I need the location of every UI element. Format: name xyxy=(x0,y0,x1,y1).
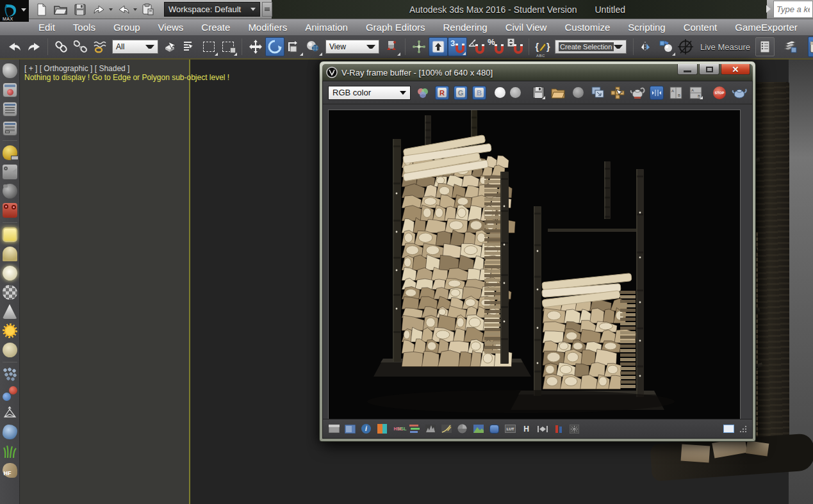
rgb-channels-icon[interactable] xyxy=(415,86,431,100)
ab-compare-button[interactable] xyxy=(650,86,664,100)
viewport-left-pane[interactable] xyxy=(20,60,189,504)
percent-snap-icon[interactable]: % xyxy=(486,37,505,56)
graphite-ribbon-toggle-icon[interactable] xyxy=(781,37,800,56)
menu-print-studio[interactable]: Print Studio xyxy=(807,19,813,36)
hsl-correction-icon[interactable]: HSL xyxy=(392,423,404,434)
menu-animation[interactable]: Animation xyxy=(296,19,357,36)
select-and-scale-icon[interactable] xyxy=(284,37,304,56)
menu-gameexporter[interactable]: GameExporter xyxy=(726,19,807,36)
alpha-channel-icon[interactable] xyxy=(510,87,521,98)
selection-filter-dropdown[interactable]: All xyxy=(112,40,158,54)
lens-effects-icon[interactable] xyxy=(456,423,468,434)
vfb-render-image[interactable] xyxy=(328,110,741,419)
menu-tools[interactable]: Tools xyxy=(64,19,104,36)
ab-vertical-compare-icon[interactable]: AB xyxy=(688,86,703,100)
undo-icon[interactable] xyxy=(5,37,24,56)
vfb-history-icon[interactable] xyxy=(328,423,340,434)
proxy-molecule-icon[interactable] xyxy=(3,386,17,401)
select-and-move-icon[interactable] xyxy=(246,37,265,56)
ab-horizontal-compare-icon[interactable]: AB xyxy=(668,86,684,100)
reference-coordinate-system-dropdown[interactable]: View xyxy=(325,40,379,54)
angle-snap-icon[interactable] xyxy=(467,37,486,56)
clear-image-icon[interactable] xyxy=(570,86,586,100)
layer-explorer-icon[interactable] xyxy=(755,37,775,56)
select-object-icon[interactable] xyxy=(161,37,180,56)
menu-group[interactable]: Group xyxy=(104,19,149,36)
physical-camera-icon[interactable] xyxy=(3,165,17,179)
monochrome-channel-icon[interactable] xyxy=(495,87,505,98)
render-last-icon[interactable] xyxy=(630,86,645,100)
vray-infinite-plane-icon[interactable] xyxy=(3,304,17,319)
track-mouse-icon[interactable] xyxy=(610,86,625,100)
vfb-channel-dropdown[interactable]: RGB color xyxy=(328,86,411,100)
workspace-dropdown[interactable]: Workspace: Default xyxy=(164,2,260,17)
icc-profile-icon[interactable] xyxy=(488,423,500,434)
redo-button[interactable] xyxy=(115,2,132,17)
keyboard-shortcut-override-icon[interactable] xyxy=(429,37,448,56)
pixel-grid-icon[interactable] xyxy=(568,423,580,434)
grass-fur-icon[interactable] xyxy=(3,444,17,459)
stereo-compare-icon[interactable] xyxy=(536,423,548,434)
workspace-menu-button[interactable] xyxy=(262,2,272,17)
menu-edit[interactable]: Edit xyxy=(29,19,64,36)
blue-channel-button[interactable]: B xyxy=(472,86,486,100)
save-image-icon[interactable] xyxy=(530,86,546,100)
menu-customize[interactable]: Customize xyxy=(555,19,619,36)
geosphere-icon[interactable] xyxy=(3,343,17,357)
lut-icon[interactable]: LUT xyxy=(504,423,516,434)
green-channel-button[interactable]: G xyxy=(454,86,468,100)
menu-modifiers[interactable]: Modifiers xyxy=(239,19,296,36)
vray-plane-light-icon[interactable] xyxy=(3,227,17,242)
render-setup-icon[interactable] xyxy=(808,37,813,57)
minimize-button[interactable] xyxy=(677,64,698,75)
compare-bars-icon[interactable] xyxy=(552,423,564,434)
render-setup-panel-icon[interactable] xyxy=(3,102,17,117)
h-split-icon[interactable]: H xyxy=(520,423,532,434)
menu-rendering[interactable]: Rendering xyxy=(434,19,496,36)
use-pivot-point-center-icon[interactable] xyxy=(382,37,401,56)
red-channel-button[interactable]: R xyxy=(435,86,449,100)
hair-and-fur-icon[interactable]: HF xyxy=(3,463,17,478)
open-file-button[interactable] xyxy=(53,2,69,17)
window-crossing-toggle-icon[interactable] xyxy=(218,37,238,56)
save-file-button[interactable] xyxy=(72,2,88,17)
menu-content[interactable]: Content xyxy=(675,19,727,36)
undo-dropdown-arrow[interactable] xyxy=(109,8,113,11)
redo-dropdown-arrow[interactable] xyxy=(133,8,137,11)
render-teapot-icon[interactable] xyxy=(3,63,17,78)
pixel-info-icon[interactable]: i xyxy=(360,423,372,434)
vray-frame-buffer-window[interactable]: V-Ray frame buffer - [100% of 640 x 480]… xyxy=(319,61,756,442)
redo-icon[interactable] xyxy=(24,37,44,56)
menu-views[interactable]: Views xyxy=(149,19,193,36)
vray-material-teapot-icon[interactable] xyxy=(3,285,17,300)
stop-render-icon[interactable]: STOP xyxy=(712,86,727,100)
mirror-icon[interactable] xyxy=(637,37,657,56)
menu-graph-editors[interactable]: Graph Editors xyxy=(357,19,434,36)
rendered-frame-window-icon[interactable] xyxy=(3,83,17,97)
menu-civil-view[interactable]: Civil View xyxy=(497,19,556,36)
space-warp-pyramid-icon[interactable] xyxy=(3,405,17,420)
viewport-label[interactable]: [ + ] [ Orthographic ] [ Shaded ] xyxy=(24,64,129,73)
expand-search-icon[interactable] xyxy=(766,5,771,13)
project-folder-button[interactable] xyxy=(140,2,156,17)
vray-dome-light-icon[interactable] xyxy=(3,247,17,261)
scatter-tool-icon[interactable] xyxy=(3,367,17,382)
menu-create[interactable]: Create xyxy=(192,19,239,36)
curves-icon[interactable] xyxy=(440,423,452,434)
vfb-title-bar[interactable]: V-Ray frame buffer - [100% of 640 x 480]… xyxy=(322,64,753,81)
align-icon[interactable] xyxy=(657,37,676,56)
menu-scripting[interactable]: Scripting xyxy=(619,19,674,36)
select-and-place-icon[interactable] xyxy=(304,37,323,56)
select-by-name-icon[interactable] xyxy=(180,37,199,56)
spinner-snap-icon[interactable] xyxy=(505,37,525,56)
maximize-button[interactable] xyxy=(699,64,719,75)
search-input[interactable] xyxy=(774,1,812,17)
vray-camera-icon[interactable] xyxy=(3,203,17,218)
load-image-icon[interactable] xyxy=(550,86,566,100)
live-measure-label[interactable]: Live Measure xyxy=(700,42,750,52)
undo-button[interactable] xyxy=(91,2,108,17)
color-clamp-icon[interactable] xyxy=(376,423,388,434)
select-and-rotate-icon[interactable] xyxy=(265,37,284,56)
sun-light-icon[interactable] xyxy=(3,323,17,338)
color-balance-icon[interactable] xyxy=(408,423,420,434)
